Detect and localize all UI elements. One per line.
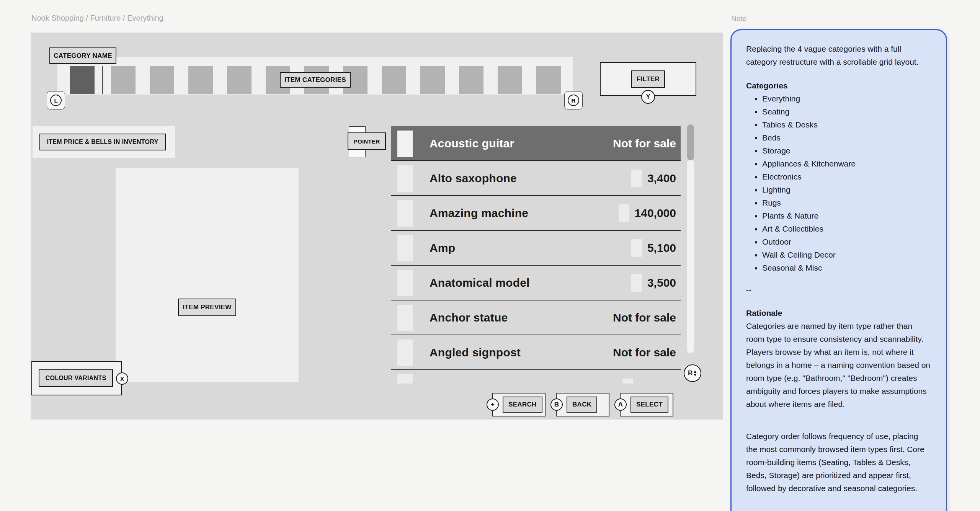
item-price-group: 3,400: [631, 161, 676, 195]
item-name: Alto saxophone: [430, 172, 517, 185]
item-price-group: Not for sale: [613, 126, 676, 160]
category-thumbnail-placeholder[interactable]: [382, 66, 406, 94]
back-button[interactable]: B BACK: [556, 393, 609, 416]
item-row[interactable]: Alto saxophone3,400: [391, 161, 681, 196]
item-price: 140,000: [635, 207, 676, 220]
category-thumbnail-placeholder[interactable]: [420, 66, 445, 94]
scrollbar-thumb[interactable]: [687, 124, 694, 160]
item-price-group: 3,500: [631, 266, 676, 300]
b-key-icon: B: [550, 398, 563, 411]
item-thumbnail-placeholder: [397, 131, 413, 157]
a-key-icon: A: [614, 398, 627, 411]
category-divider: [102, 66, 103, 94]
note-separator: --: [746, 284, 931, 297]
x-key-icon[interactable]: X: [116, 372, 128, 385]
note-category-list: EverythingSeatingTables & DesksBedsStora…: [746, 92, 931, 274]
bells-icon: [619, 204, 629, 222]
item-name: Acoustic guitar: [430, 137, 514, 150]
item-price: 5,100: [647, 242, 676, 255]
search-button[interactable]: + SEARCH: [492, 393, 546, 416]
item-name: Anchor statue: [430, 311, 508, 324]
item-preview-label: ITEM PREVIEW: [178, 299, 236, 316]
note-category-item: Lighting: [762, 183, 931, 196]
item-price-group: 5,100: [631, 231, 676, 265]
y-key-icon[interactable]: Y: [641, 90, 655, 104]
note-intro: Replacing the 4 vague categories with a …: [746, 42, 931, 69]
shoulder-l-button[interactable]: L: [47, 91, 65, 109]
item-row[interactable]: Amazing machine140,000: [391, 196, 681, 231]
note-category-item: Seating: [762, 105, 931, 118]
item-thumbnail-placeholder: [397, 235, 413, 261]
note-rationale-heading: Rationale: [746, 307, 931, 320]
note-category-item: Wall & Ceiling Decor: [762, 248, 931, 261]
up-down-arrows-icon: ▲▼: [693, 370, 697, 377]
note-category-item: Storage: [762, 144, 931, 157]
item-price-group: Not for sale: [613, 300, 676, 335]
item-preview-area: [116, 168, 299, 382]
note-panel-label: Note: [731, 15, 746, 23]
search-button-label: SEARCH: [503, 397, 542, 413]
note-rationale-paragraph-2: Category order follows frequency of use,…: [746, 430, 931, 495]
note-category-item: Tables & Desks: [762, 118, 931, 131]
scrollbar-track[interactable]: [687, 160, 694, 353]
item-price: 3,500: [647, 276, 676, 289]
category-name-label: CATEGORY NAME: [49, 47, 116, 64]
category-thumbnail-placeholder[interactable]: [150, 66, 174, 94]
item-row[interactable]: Acoustic guitarNot for sale: [391, 126, 681, 161]
wireframe-shop-screen: CATEGORY NAME ITEM CATEGORIES L R FILTER…: [31, 33, 723, 420]
item-thumbnail-placeholder: [397, 305, 413, 331]
filter-button[interactable]: FILTER: [631, 70, 665, 88]
item-name: Anatomical model: [430, 276, 530, 289]
category-thumbnail-placeholder[interactable]: [536, 66, 561, 94]
l-key-icon: L: [50, 95, 62, 106]
item-row[interactable]: Amp5,100: [391, 231, 681, 266]
item-price: Not for sale: [613, 137, 676, 150]
note-category-item: Everything: [762, 92, 931, 105]
item-name: Amp: [430, 242, 455, 255]
design-canvas: Nook Shopping / Furniture / Everything C…: [0, 0, 980, 511]
note-category-item: Outdoor: [762, 235, 931, 248]
note-panel: Replacing the 4 vague categories with a …: [730, 29, 947, 511]
note-category-item: Electronics: [762, 170, 931, 183]
item-row[interactable]: Anatomical model3,500: [391, 266, 681, 300]
category-thumbnail-placeholder[interactable]: [111, 66, 136, 94]
item-price: Not for sale: [613, 311, 676, 324]
select-button-label: SELECT: [630, 397, 668, 413]
colour-variants-button[interactable]: COLOUR VARIANTS: [39, 369, 113, 387]
item-categories-label: ITEM CATEGORIES: [280, 72, 351, 88]
back-button-label: BACK: [567, 397, 597, 413]
category-thumbnail-placeholder[interactable]: [498, 66, 522, 94]
item-price: 3,400: [647, 172, 676, 185]
note-categories-heading: Categories: [746, 79, 931, 92]
item-row[interactable]: Angled signpostNot for sale: [391, 335, 681, 370]
item-row[interactable]: [391, 370, 681, 384]
breadcrumb: Nook Shopping / Furniture / Everything: [31, 14, 163, 23]
note-category-item: Beds: [762, 131, 931, 144]
note-category-item: Art & Collectibles: [762, 222, 931, 235]
shoulder-r-button[interactable]: R: [564, 91, 583, 109]
plus-key-icon: +: [487, 398, 499, 411]
select-button[interactable]: A SELECT: [620, 393, 673, 416]
item-thumbnail-placeholder: [397, 270, 413, 296]
item-list: Acoustic guitarNot for saleAlto saxophon…: [391, 126, 681, 384]
r-stick-scroll-icon[interactable]: R ▲▼: [684, 364, 701, 382]
note-category-item: Seasonal & Misc: [762, 261, 931, 274]
item-thumbnail-placeholder: [397, 340, 413, 366]
item-price-group: 140,000: [619, 196, 676, 230]
category-thumbnail-placeholder[interactable]: [459, 66, 483, 94]
item-thumbnail-placeholder: [397, 165, 413, 192]
item-thumbnail-placeholder: [397, 200, 413, 227]
active-category-square[interactable]: [70, 66, 95, 94]
item-price: Not for sale: [613, 346, 676, 359]
item-row[interactable]: Anchor statueNot for sale: [391, 300, 681, 335]
note-category-item: Plants & Nature: [762, 209, 931, 222]
item-thumbnail-placeholder: [397, 374, 413, 384]
bells-icon: [631, 239, 642, 257]
r-stick-label: R: [688, 369, 693, 377]
note-category-item: Appliances & Kitchenware: [762, 157, 931, 170]
note-category-item: Rugs: [762, 196, 931, 209]
category-thumbnail-placeholder[interactable]: [227, 66, 252, 94]
item-price-label: ITEM PRICE & BELLS IN INVENTORY: [39, 134, 166, 150]
item-name: Angled signpost: [430, 346, 521, 359]
category-thumbnail-placeholder[interactable]: [188, 66, 213, 94]
